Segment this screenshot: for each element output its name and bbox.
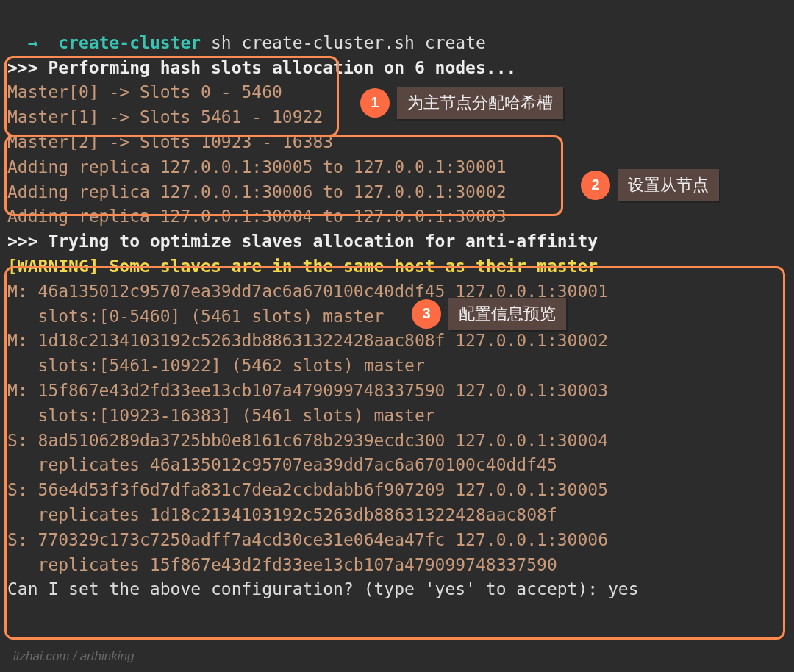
master-slot-line: Master[2] -> Slots 10923 - 16383: [7, 130, 787, 155]
perform-line: >>> Performing hash slots allocation on …: [7, 56, 787, 81]
replica-line: Adding replica 127.0.0.1:30005 to 127.0.…: [7, 155, 787, 180]
node-info-line: S: 770329c173c7250adff7a4cd30ce31e064ea4…: [7, 528, 787, 553]
master-slot-line: Master[0] -> Slots 0 - 5460: [7, 80, 787, 105]
node-info-line: replicates 1d18c2134103192c5263db8863132…: [7, 503, 787, 528]
node-info-line: slots:[5461-10922] (5462 slots) master: [7, 354, 787, 379]
warning-line: [WARNING] Some slaves are in the same ho…: [7, 254, 787, 279]
prompt-command: sh create-cluster.sh create: [211, 33, 486, 52]
node-info-line: S: 56e4d53f3f6d7dfa831c7dea2ccbdabb6f907…: [7, 478, 787, 503]
optimize-line: >>> Trying to optimize slaves allocation…: [7, 229, 787, 254]
node-info-line: M: 46a135012c95707ea39dd7ac6a670100c40dd…: [7, 279, 787, 304]
node-info-line: replicates 15f867e43d2fd33ee13cb107a4790…: [7, 553, 787, 578]
watermark: itzhai.com / arthinking: [13, 648, 134, 666]
prompt-dir: create-cluster: [58, 33, 201, 52]
node-info-line: slots:[10923-16383] (5461 slots) master: [7, 404, 787, 429]
node-info-line: replicates 46a135012c95707ea39dd7ac6a670…: [7, 453, 787, 478]
prompt-line: → create-cluster sh create-cluster.sh cr…: [7, 6, 787, 56]
prompt-arrow-icon: →: [28, 33, 38, 52]
replica-line: Adding replica 127.0.0.1:30004 to 127.0.…: [7, 204, 787, 229]
node-info-line: S: 8ad5106289da3725bb0e8161c678b2939ecdc…: [7, 429, 787, 454]
confirm-question: Can I set the above configuration? (type…: [7, 579, 608, 598]
node-info-line: M: 15f867e43d2fd33ee13cb107a479099748337…: [7, 379, 787, 404]
warning-text: Some slaves are in the same host as thei…: [99, 257, 598, 276]
confirm-answer[interactable]: yes: [608, 579, 639, 598]
replica-line: Adding replica 127.0.0.1:30006 to 127.0.…: [7, 180, 787, 205]
master-slot-line: Master[1] -> Slots 5461 - 10922: [7, 105, 787, 130]
confirm-line: Can I set the above configuration? (type…: [7, 577, 787, 602]
warning-bracket: [WARNING]: [7, 257, 99, 276]
node-info-line: M: 1d18c2134103192c5263db88631322428aac8…: [7, 329, 787, 354]
node-info-line: slots:[0-5460] (5461 slots) master: [7, 304, 787, 329]
